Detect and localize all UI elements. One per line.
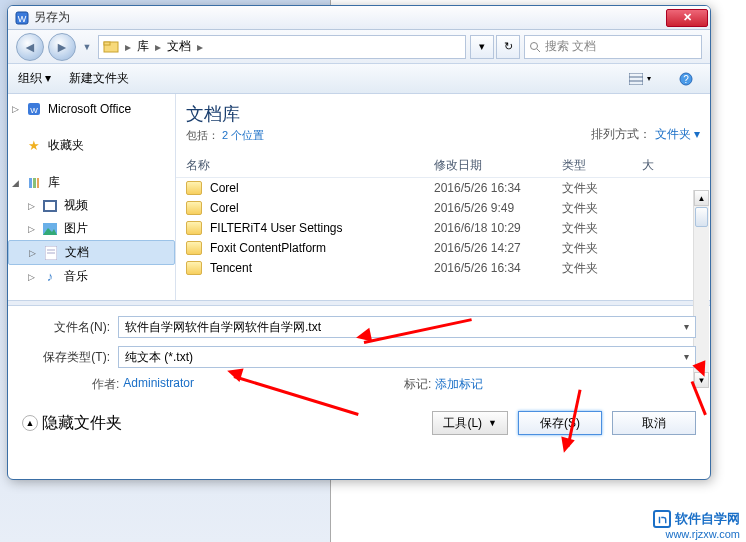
tools-button[interactable]: 工具(L)▼ xyxy=(432,411,508,435)
scroll-up[interactable]: ▲ xyxy=(694,190,709,206)
address-bar[interactable]: ▸ 库 ▸ 文档 ▸ xyxy=(98,35,466,59)
hide-folders-button[interactable]: ▲ 隐藏文件夹 xyxy=(22,413,122,434)
table-row[interactable]: Foxit ContentPlatform2016/5/26 14:27文件夹 xyxy=(176,238,710,258)
svg-rect-14 xyxy=(33,178,36,188)
folder-icon xyxy=(103,39,119,55)
folder-icon xyxy=(186,201,202,215)
svg-rect-17 xyxy=(45,202,55,210)
svg-rect-3 xyxy=(104,42,110,45)
back-button[interactable]: ◄ xyxy=(16,33,44,61)
author-label: 作者: xyxy=(92,376,119,393)
save-as-dialog: W 另存为 ✕ ◄ ► ▼ ▸ 库 ▸ 文档 ▸ ▾ ↻ 搜索 文档 组织 ▾ … xyxy=(7,5,711,480)
breadcrumb-library[interactable]: 库 xyxy=(137,38,149,55)
footer: ▲ 隐藏文件夹 工具(L)▼ 保存(S) 取消 xyxy=(8,401,710,445)
sidebar-item-favorites[interactable]: ★收藏夹 xyxy=(8,134,175,157)
row-date: 2016/5/26 16:34 xyxy=(434,261,562,275)
breadcrumb-sep: ▸ xyxy=(123,40,133,54)
nav-row: ◄ ► ▼ ▸ 库 ▸ 文档 ▸ ▾ ↻ 搜索 文档 xyxy=(8,30,710,64)
organize-button[interactable]: 组织 ▾ xyxy=(18,70,51,87)
sidebar-item-music[interactable]: ▷♪音乐 xyxy=(8,265,175,288)
table-row[interactable]: Corel2016/5/26 16:34文件夹 xyxy=(176,178,710,198)
row-date: 2016/5/26 14:27 xyxy=(434,241,562,255)
forward-button[interactable]: ► xyxy=(48,33,76,61)
row-name: FILTERiT4 User Settings xyxy=(210,221,342,235)
row-name: Corel xyxy=(210,201,239,215)
table-row[interactable]: Corel2016/5/26 9:49文件夹 xyxy=(176,198,710,218)
arrange-by: 排列方式： 文件夹 ▾ xyxy=(591,126,700,143)
sidebar-item-office[interactable]: ▷WMicrosoft Office xyxy=(8,98,175,120)
tags-label: 标记: xyxy=(404,376,431,393)
filetype-combo[interactable]: 纯文本 (*.txt) xyxy=(118,346,696,368)
author-value[interactable]: Administrator xyxy=(123,376,194,393)
search-input[interactable]: 搜索 文档 xyxy=(524,35,702,59)
word-icon: W xyxy=(26,101,42,117)
row-type: 文件夹 xyxy=(562,180,642,197)
video-icon xyxy=(42,198,58,214)
music-icon: ♪ xyxy=(42,269,58,285)
close-button[interactable]: ✕ xyxy=(666,9,708,27)
tags-value[interactable]: 添加标记 xyxy=(435,376,483,393)
new-folder-button[interactable]: 新建文件夹 xyxy=(69,70,129,87)
svg-text:W: W xyxy=(30,106,38,115)
docs-icon xyxy=(43,245,59,261)
sidebar-item-docs[interactable]: ▷文档 xyxy=(8,240,175,265)
folder-icon xyxy=(186,221,202,235)
history-dropdown[interactable]: ▼ xyxy=(80,34,94,60)
sidebar-item-library[interactable]: ◢库 xyxy=(8,171,175,194)
refresh-button[interactable]: ↻ xyxy=(496,35,520,59)
row-name: Tencent xyxy=(210,261,252,275)
address-dropdown[interactable]: ▾ xyxy=(470,35,494,59)
star-icon: ★ xyxy=(26,138,42,154)
dialog-title: 另存为 xyxy=(34,9,666,26)
watermark: רו软件自学网 www.rjzxw.com xyxy=(653,510,740,540)
row-type: 文件夹 xyxy=(562,200,642,217)
sidebar: ▷WMicrosoft Office ★收藏夹 ◢库 ▷视频 ▷图片 ▷文档 ▷… xyxy=(8,94,176,300)
search-icon xyxy=(529,41,541,53)
folder-icon xyxy=(186,181,202,195)
breadcrumb-docs[interactable]: 文档 xyxy=(167,38,191,55)
save-button[interactable]: 保存(S) xyxy=(518,411,602,435)
sidebar-item-pictures[interactable]: ▷图片 xyxy=(8,217,175,240)
filename-input[interactable]: 软件自学网软件自学网软件自学网.txt xyxy=(118,316,696,338)
table-row[interactable]: Tencent2016/5/26 16:34文件夹 xyxy=(176,258,710,278)
svg-rect-6 xyxy=(629,73,643,85)
row-name: Foxit ContentPlatform xyxy=(210,241,326,255)
col-name[interactable]: 名称 xyxy=(186,157,434,174)
svg-text:W: W xyxy=(18,14,27,24)
row-date: 2016/6/18 10:29 xyxy=(434,221,562,235)
titlebar: W 另存为 ✕ xyxy=(8,6,710,30)
filename-label: 文件名(N): xyxy=(22,319,118,336)
help-button[interactable]: ? xyxy=(672,68,700,90)
library-title: 文档库 xyxy=(186,102,591,126)
pictures-icon xyxy=(42,221,58,237)
col-date[interactable]: 修改日期 xyxy=(434,157,562,174)
scroll-down[interactable]: ▼ xyxy=(694,372,709,388)
arrange-dropdown[interactable]: 文件夹 ▾ xyxy=(655,127,700,141)
library-subtitle: 包括： 2 个位置 xyxy=(186,128,591,143)
svg-text:?: ? xyxy=(683,74,689,85)
cancel-button[interactable]: 取消 xyxy=(612,411,696,435)
watermark-icon: רו xyxy=(653,510,671,528)
svg-rect-13 xyxy=(29,178,32,188)
form-area: 文件名(N): 软件自学网软件自学网软件自学网.txt 保存类型(T): 纯文本… xyxy=(8,306,710,401)
svg-point-4 xyxy=(531,42,538,49)
filetype-label: 保存类型(T): xyxy=(22,349,118,366)
chevron-down-icon: ▼ xyxy=(488,418,497,428)
table-row[interactable]: FILTERiT4 User Settings2016/6/18 10:29文件… xyxy=(176,218,710,238)
row-date: 2016/5/26 16:34 xyxy=(434,181,562,195)
folder-icon xyxy=(186,241,202,255)
search-placeholder: 搜索 文档 xyxy=(545,38,596,55)
row-type: 文件夹 xyxy=(562,240,642,257)
row-type: 文件夹 xyxy=(562,260,642,277)
locations-link[interactable]: 2 个位置 xyxy=(222,129,264,141)
col-type[interactable]: 类型 xyxy=(562,157,642,174)
svg-rect-15 xyxy=(37,178,39,188)
svg-line-5 xyxy=(537,49,540,52)
scroll-thumb[interactable] xyxy=(695,207,708,227)
col-size[interactable]: 大 xyxy=(642,157,700,174)
view-button[interactable] xyxy=(626,68,654,90)
app-icon: W xyxy=(14,10,30,26)
row-name: Corel xyxy=(210,181,239,195)
column-header[interactable]: 名称 修改日期 类型 大 xyxy=(176,153,710,178)
sidebar-item-video[interactable]: ▷视频 xyxy=(8,194,175,217)
